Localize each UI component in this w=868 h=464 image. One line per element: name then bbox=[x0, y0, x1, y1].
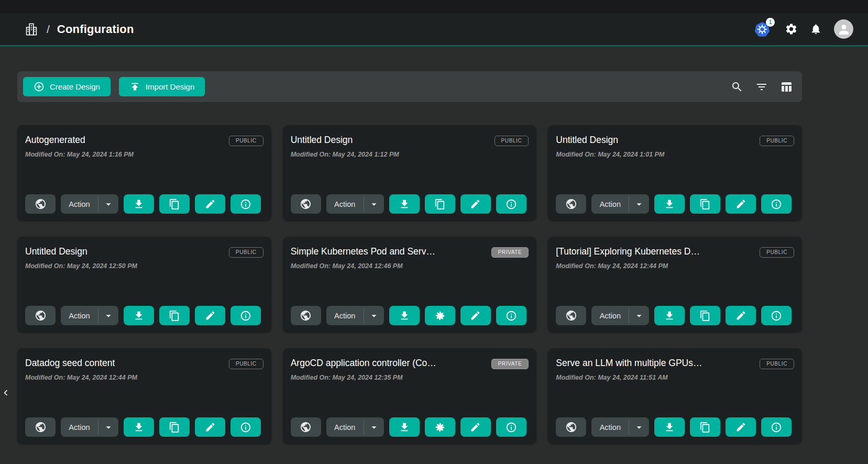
kubernetes-context-button[interactable]: 1 bbox=[754, 21, 773, 38]
action-dropdown-toggle[interactable] bbox=[364, 194, 384, 214]
edit-button[interactable] bbox=[195, 306, 225, 325]
visibility-globe-button[interactable] bbox=[556, 417, 586, 437]
action-button-label[interactable]: Action bbox=[326, 194, 364, 214]
visibility-globe-button[interactable] bbox=[291, 194, 321, 214]
action-split-button[interactable]: Action bbox=[591, 194, 649, 214]
organization-building-icon[interactable] bbox=[24, 21, 39, 37]
action-dropdown-toggle[interactable] bbox=[98, 417, 118, 437]
download-button[interactable] bbox=[654, 306, 685, 325]
clone-button[interactable] bbox=[159, 306, 190, 325]
info-button[interactable] bbox=[496, 194, 526, 214]
import-design-button[interactable]: Import Design bbox=[119, 77, 205, 96]
edit-button[interactable] bbox=[195, 417, 225, 437]
action-dropdown-toggle[interactable] bbox=[98, 194, 118, 214]
design-title: Serve an LLM with multiple GPUs… bbox=[556, 358, 702, 369]
visibility-globe-button[interactable] bbox=[25, 417, 56, 437]
action-dropdown-toggle[interactable] bbox=[98, 306, 118, 325]
action-dropdown-toggle[interactable] bbox=[364, 417, 384, 437]
action-split-button[interactable]: Action bbox=[61, 194, 118, 214]
design-card[interactable]: [Tutorial] Exploring Kubernetes D… PUBLI… bbox=[548, 237, 802, 333]
design-card[interactable]: Datadog seed content PUBLIC Modified On:… bbox=[17, 348, 271, 444]
visibility-globe-button[interactable] bbox=[556, 306, 586, 325]
action-split-button[interactable]: Action bbox=[61, 417, 118, 437]
action-button-label[interactable]: Action bbox=[61, 306, 98, 325]
info-button[interactable] bbox=[496, 306, 526, 325]
action-dropdown-toggle[interactable] bbox=[629, 194, 649, 214]
clone-button[interactable] bbox=[159, 194, 190, 214]
info-button[interactable] bbox=[761, 417, 792, 437]
action-split-button[interactable]: Action bbox=[326, 306, 384, 325]
info-button[interactable] bbox=[496, 417, 526, 437]
action-dropdown-toggle[interactable] bbox=[364, 306, 384, 325]
table-view-button[interactable] bbox=[780, 81, 793, 93]
design-title: ArgoCD application controller (Co… bbox=[291, 358, 436, 369]
design-card[interactable]: Untitled Design PUBLIC Modified On: May … bbox=[548, 125, 802, 221]
clone-button[interactable] bbox=[690, 194, 720, 214]
download-button[interactable] bbox=[654, 417, 685, 437]
clone-button[interactable] bbox=[425, 306, 455, 325]
clone-icon bbox=[699, 310, 711, 322]
action-split-button[interactable]: Action bbox=[326, 194, 384, 214]
info-button[interactable] bbox=[761, 194, 792, 214]
action-button-label[interactable]: Action bbox=[61, 194, 98, 214]
visibility-globe-button[interactable] bbox=[25, 194, 56, 214]
edit-button[interactable] bbox=[460, 306, 491, 325]
clone-icon bbox=[699, 198, 711, 210]
visibility-globe-button[interactable] bbox=[556, 194, 586, 214]
info-button[interactable] bbox=[230, 417, 261, 437]
download-button[interactable] bbox=[124, 306, 154, 325]
action-dropdown-toggle[interactable] bbox=[629, 306, 649, 325]
action-button-label[interactable]: Action bbox=[591, 194, 629, 214]
design-card[interactable]: Serve an LLM with multiple GPUs… PUBLIC … bbox=[548, 348, 802, 444]
clone-button[interactable] bbox=[425, 417, 455, 437]
info-button[interactable] bbox=[230, 194, 261, 214]
edit-button[interactable] bbox=[460, 194, 491, 214]
info-button[interactable] bbox=[230, 306, 261, 325]
edit-button[interactable] bbox=[726, 417, 756, 437]
download-button[interactable] bbox=[124, 194, 154, 214]
create-design-button[interactable]: Create Design bbox=[23, 77, 111, 96]
download-button[interactable] bbox=[389, 417, 420, 437]
edit-button[interactable] bbox=[195, 194, 225, 214]
collapse-panel-button[interactable] bbox=[0, 384, 12, 402]
action-dropdown-toggle[interactable] bbox=[629, 417, 649, 437]
visibility-badge: PUBLIC bbox=[229, 136, 263, 146]
action-split-button[interactable]: Action bbox=[591, 306, 649, 325]
filter-button[interactable] bbox=[755, 81, 768, 93]
action-button-label[interactable]: Action bbox=[591, 417, 629, 437]
action-split-button[interactable]: Action bbox=[591, 417, 649, 437]
visibility-globe-button[interactable] bbox=[25, 306, 56, 325]
clone-button[interactable] bbox=[159, 417, 190, 437]
clone-button[interactable] bbox=[425, 194, 455, 214]
design-card[interactable]: Untitled Design PUBLIC Modified On: May … bbox=[283, 125, 537, 221]
edit-button[interactable] bbox=[726, 194, 756, 214]
action-button-label[interactable]: Action bbox=[591, 306, 629, 325]
action-button-label[interactable]: Action bbox=[326, 417, 364, 437]
clone-button[interactable] bbox=[690, 306, 720, 325]
edit-button[interactable] bbox=[460, 417, 491, 437]
visibility-globe-button[interactable] bbox=[291, 417, 321, 437]
info-button[interactable] bbox=[761, 306, 792, 325]
clone-button[interactable] bbox=[690, 417, 720, 437]
download-button[interactable] bbox=[389, 306, 420, 325]
info-icon bbox=[771, 198, 782, 210]
action-split-button[interactable]: Action bbox=[326, 417, 384, 437]
design-card[interactable]: Autogenerated PUBLIC Modified On: May 24… bbox=[17, 125, 271, 221]
design-card[interactable]: ArgoCD application controller (Co… PRIVA… bbox=[283, 348, 537, 444]
visibility-badge: PUBLIC bbox=[760, 359, 794, 369]
action-button-label[interactable]: Action bbox=[326, 306, 364, 325]
design-title: Untitled Design bbox=[556, 135, 618, 146]
design-card[interactable]: Simple Kubernetes Pod and Serv… PRIVATE … bbox=[283, 237, 537, 333]
notifications-bell-button[interactable] bbox=[810, 23, 822, 35]
action-split-button[interactable]: Action bbox=[61, 306, 118, 325]
download-button[interactable] bbox=[124, 417, 154, 437]
settings-gear-button[interactable] bbox=[785, 23, 798, 36]
download-button[interactable] bbox=[389, 194, 420, 214]
action-button-label[interactable]: Action bbox=[61, 417, 98, 437]
edit-button[interactable] bbox=[726, 306, 756, 325]
download-button[interactable] bbox=[654, 194, 685, 214]
visibility-globe-button[interactable] bbox=[291, 306, 321, 325]
design-card[interactable]: Untitled Design PUBLIC Modified On: May … bbox=[17, 237, 271, 333]
search-button[interactable] bbox=[731, 81, 743, 93]
user-avatar-button[interactable] bbox=[834, 19, 853, 39]
